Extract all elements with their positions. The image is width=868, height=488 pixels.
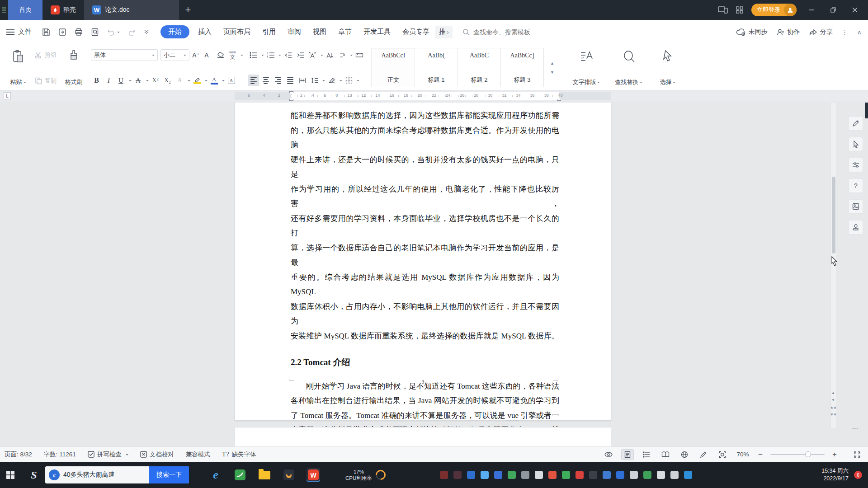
tray-icon[interactable] [576,471,584,479]
align-center-button[interactable] [260,75,271,86]
fullscreen-button[interactable] [851,449,863,460]
ink-annotation-button[interactable] [697,449,710,460]
style-option[interactable]: AaBbCc] 标题 3 [500,48,544,87]
eye-protection-button[interactable] [602,449,615,460]
select-tool-button[interactable] [849,137,863,151]
document-proofing[interactable]: 文档校对 [140,450,174,459]
tray-icon[interactable] [616,471,624,479]
font-color-caret-icon[interactable] [222,80,225,83]
gallery-down-icon[interactable]: ▼ [550,70,554,75]
ribbon-tab[interactable]: 审阅 [282,28,307,36]
tray-icon[interactable] [508,471,516,479]
tray-icon[interactable] [630,471,638,479]
subscript-button[interactable]: X₂ [162,75,173,86]
zoom-slider[interactable] [770,454,825,455]
page-view-button[interactable] [621,449,634,460]
tab-home[interactable]: 首页 [8,0,42,20]
command-search-input[interactable] [473,28,550,36]
highlight-caret-icon[interactable] [205,80,208,83]
missing-font-button[interactable]: T? 缺失字体 [222,450,256,459]
wps-office-icon[interactable]: W [307,468,320,482]
format-painter-button[interactable]: 格式刷 [61,48,86,87]
paragraph-mark-caret-icon[interactable] [350,55,353,57]
tab-ruler-button[interactable] [354,49,365,61]
zoom-level[interactable]: 70% [735,451,750,458]
bold-button[interactable]: B [91,75,102,86]
tray-icon[interactable] [657,471,665,479]
copy-button[interactable]: 复制 [34,75,57,86]
ribbon-tab-more[interactable]: 推 › [435,26,453,38]
sogou-browser-icon[interactable]: S [27,468,41,482]
grow-font-button[interactable]: A⁺ [190,49,202,61]
taskbar-clock[interactable]: 15:34 周六 2022/9/17 [821,467,849,483]
shrink-font-button[interactable]: A⁻ [203,49,214,61]
apps-grid-icon[interactable] [736,6,743,14]
tray-icon[interactable] [440,471,448,479]
text-layout-button[interactable]: 文字排版 [571,48,601,87]
zoom-out-button[interactable]: − [757,450,764,459]
tray-icon[interactable] [589,471,597,479]
borders-caret-icon[interactable] [357,80,359,83]
sync-status-button[interactable]: 未同步 [736,28,768,36]
dark-app-icon[interactable] [282,468,296,482]
tab-stop-selector[interactable]: L [4,92,11,99]
char-shading-button[interactable]: A [174,75,185,86]
outline-view-button[interactable] [640,449,653,460]
tab-document[interactable]: W 论文.doc [84,0,179,20]
more-side-tools-button[interactable]: ⋯ [849,423,862,432]
tray-icon[interactable] [521,471,529,479]
spell-check-toggle[interactable]: 拼写检查 [88,450,128,459]
tray-icon[interactable] [481,471,489,479]
devices-icon[interactable] [718,6,728,14]
align-left-button[interactable] [248,75,259,86]
task-pane-handle[interactable] [865,103,868,118]
shading-caret-icon[interactable] [340,80,342,83]
char-scaling-button[interactable] [307,49,318,61]
borders-button[interactable] [343,75,354,86]
new-tab-button[interactable]: + [179,0,197,20]
tab-docer[interactable]: 稻壳 [42,0,84,20]
ribbon-tab[interactable]: 开发工具 [358,28,396,36]
green-app-icon[interactable] [233,468,247,482]
zoom-slider-knob[interactable] [805,451,811,457]
export-pdf-button[interactable] [58,28,67,37]
paste-button[interactable]: 粘贴 [6,48,30,87]
adjust-tool-button[interactable] [849,158,863,172]
internet-explorer-icon[interactable]: e [209,468,222,482]
tray-icon[interactable] [453,471,462,479]
file-menu[interactable]: 文件 [18,28,32,36]
more-options-icon[interactable]: ⋮ [842,28,848,36]
decrease-indent-button[interactable] [282,49,293,61]
stamp-button[interactable] [849,220,863,235]
style-option[interactable]: AaBbCcI 正文 [372,48,415,87]
clear-format-button[interactable] [215,49,226,61]
numbering-caret-icon[interactable] [278,55,281,57]
minimize-button[interactable] [805,7,818,13]
customize-qat-chevron-icon[interactable] [143,30,150,34]
notification-badge[interactable]: 6 [854,471,862,479]
page-indicator[interactable]: 页面: 8/32 [5,450,32,459]
previous-page-icon[interactable]: ▲▲ [829,405,837,409]
char-shading-caret-icon[interactable] [188,80,190,83]
tray-icon[interactable] [548,471,557,479]
ribbon-tab[interactable]: 引用 [256,28,282,36]
login-button[interactable]: 立即登录 [751,4,797,16]
paragraph-mark-button[interactable] [336,49,348,61]
pinyin-guide-button[interactable]: wén文 [227,49,238,61]
tray-icon[interactable] [562,471,570,479]
share-button[interactable]: 分享 [809,28,833,36]
scroll-up-icon[interactable]: ▲ [829,391,837,395]
shading-button[interactable] [326,75,337,86]
tray-icon[interactable] [684,471,692,479]
collaborate-button[interactable]: 协作 [777,28,800,36]
superscript-button[interactable]: X² [150,75,161,86]
print-preview-button[interactable] [90,28,99,37]
cut-button[interactable]: 剪切 [34,50,57,61]
ribbon-tab-home[interactable]: 开始 [160,25,189,38]
web-view-button[interactable] [678,449,691,460]
search-go-button[interactable]: 搜索一下 [149,466,189,483]
font-size-select[interactable]: 小二 [160,49,189,61]
tray-icon[interactable] [535,471,543,479]
annotate-pen-button[interactable] [849,116,863,131]
help-button[interactable]: ? [849,178,863,193]
